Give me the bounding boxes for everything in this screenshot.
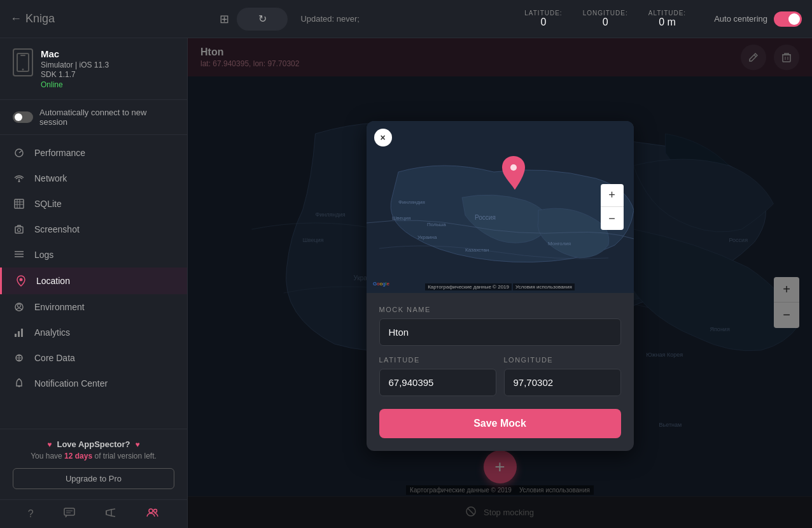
edit-mock-modal: Россия Финляндия Швеция Украина Казахста…: [367, 121, 634, 451]
logs-icon: [13, 250, 25, 259]
upgrade-button[interactable]: Upgrade to Pro: [13, 468, 174, 489]
mock-name-input[interactable]: [379, 318, 621, 346]
svg-text:Польша: Польша: [427, 222, 446, 227]
modal-terms-text: Условия использования: [513, 283, 575, 290]
modal-zoom-in[interactable]: +: [601, 184, 624, 207]
sidebar-item-label: Logs: [34, 250, 53, 260]
nav-list: Performance Network SQLite Screenshot: [0, 135, 187, 429]
svg-text:Финляндия: Финляндия: [398, 199, 425, 205]
location-icon: [15, 275, 27, 287]
modal-copyright-text: Картографические данные © 2019: [425, 283, 512, 290]
svg-point-15: [20, 278, 23, 282]
modal-zoom-out[interactable]: −: [601, 207, 624, 230]
device-name: Mac: [41, 48, 109, 59]
longitude-field-group: LONGITUDE: [504, 356, 621, 396]
svg-rect-19: [18, 331, 20, 337]
modal-close-button[interactable]: ×: [374, 129, 392, 146]
sidebar-item-label: Core Data: [34, 353, 75, 363]
svg-point-31: [149, 509, 153, 513]
svg-text:Украина: Украина: [417, 234, 437, 240]
sidebar-item-label: Notification Center: [34, 378, 108, 389]
sidebar-item-label: SQLite: [34, 199, 62, 209]
sqlite-icon: [13, 199, 25, 209]
svg-point-11: [18, 229, 21, 232]
main-layout: Mac Simulator | iOS 11.3 SDK 1.1.7 Onlin…: [0, 38, 812, 528]
network-icon: [13, 175, 25, 182]
sidebar-item-label: Network: [34, 173, 67, 183]
svg-rect-20: [21, 329, 23, 337]
announce-icon[interactable]: [105, 508, 116, 520]
sidebar-item-label: Screenshot: [34, 224, 80, 234]
svg-text:Казахстан: Казахстан: [465, 247, 489, 253]
content-area: Hton lat: 67.940395, lon: 97.70302: [188, 38, 812, 528]
device-status: Online: [41, 80, 109, 89]
app-title: Kniga: [25, 12, 55, 25]
search-button[interactable]: ⊞: [220, 12, 229, 26]
longitude-value: 0: [603, 17, 608, 28]
updated-text: Updated: never;: [300, 14, 360, 24]
toggle-switch[interactable]: [774, 11, 802, 27]
longitude-input[interactable]: [504, 369, 621, 396]
device-sdk: SDK 1.1.7: [41, 70, 109, 79]
trial-text: You have 12 days of trial version left.: [13, 452, 174, 460]
latitude-display: LATITUDE: 0: [524, 10, 562, 28]
svg-point-32: [154, 510, 157, 513]
altitude-value: 0 m: [659, 17, 676, 28]
sidebar-item-notification-center[interactable]: Notification Center: [0, 371, 187, 396]
auto-centering-toggle[interactable]: Auto centering: [714, 11, 802, 27]
coordinates-display: LATITUDE: 0 LONGITUDE: 0 ALTITUDE: 0 m: [524, 10, 686, 28]
latitude-value: 0: [540, 17, 546, 28]
device-details: Mac Simulator | iOS 11.3 SDK 1.1.7 Onlin…: [41, 48, 109, 89]
auto-centering-label: Auto centering: [714, 14, 767, 24]
svg-rect-1: [20, 55, 25, 56]
sidebar-bottom: ♥ Love AppSpector? ♥ You have 12 days of…: [0, 429, 187, 499]
sidebar-item-sqlite[interactable]: SQLite: [0, 191, 187, 217]
svg-point-4: [18, 181, 20, 183]
chat-icon[interactable]: [64, 508, 75, 520]
sidebar-item-network[interactable]: Network: [0, 166, 187, 191]
svg-text:Россия: Россия: [475, 214, 496, 221]
sidebar-item-logs[interactable]: Logs: [0, 242, 187, 268]
svg-rect-18: [15, 334, 17, 337]
latitude-input[interactable]: [379, 369, 496, 396]
sidebar-item-analytics[interactable]: Analytics: [0, 320, 187, 345]
help-icon[interactable]: ?: [28, 508, 34, 520]
sidebar-item-location[interactable]: Location: [0, 268, 187, 294]
refresh-button[interactable]: ↻: [237, 8, 288, 31]
environment-icon: [13, 302, 25, 312]
latitude-field-group: LATITUDE: [379, 356, 496, 396]
longitude-field-label: LONGITUDE: [504, 356, 621, 364]
modal-body: MOCK NAME LATITUDE LONGITUDE Save Mock: [367, 293, 634, 451]
sidebar-item-environment[interactable]: Environment: [0, 294, 187, 320]
back-button[interactable]: ← Kniga: [10, 12, 55, 25]
modal-map-copyright: Картографические данные © 2019 Условия и…: [367, 283, 634, 290]
auto-connect-label: Automatically connect to new session: [39, 108, 174, 127]
svg-line-29: [111, 509, 115, 510]
svg-text:Швеция: Швеция: [392, 215, 410, 221]
analytics-icon: [13, 327, 25, 338]
svg-point-65: [510, 164, 517, 171]
latitude-field-label: LATITUDE: [379, 356, 496, 364]
altitude-display: ALTITUDE: 0 m: [648, 10, 686, 28]
back-icon: ←: [10, 12, 22, 25]
notification-icon: [13, 378, 25, 389]
device-icon: [13, 48, 33, 76]
auto-connect-toggle[interactable]: [13, 111, 33, 123]
heart-icon-left: ♥: [47, 440, 52, 449]
longitude-display: LONGITUDE: 0: [583, 10, 628, 28]
love-label: Love AppSpector?: [57, 439, 130, 449]
sidebar-item-core-data[interactable]: Core Data: [0, 345, 187, 371]
screenshot-icon: [13, 224, 25, 234]
people-icon[interactable]: [146, 508, 159, 520]
sidebar-item-screenshot[interactable]: Screenshot: [0, 217, 187, 242]
longitude-label: LONGITUDE:: [583, 10, 628, 17]
svg-line-30: [111, 516, 115, 517]
save-mock-button[interactable]: Save Mock: [379, 409, 621, 438]
mock-name-label: MOCK NAME: [379, 306, 621, 313]
modal-map: Россия Финляндия Швеция Украина Казахста…: [367, 121, 634, 293]
sidebar-footer: ?: [0, 499, 187, 528]
topbar: ← Kniga ⊞ ↻ Updated: never; LATITUDE: 0 …: [0, 0, 812, 38]
modal-overlay: Россия Финляндия Швеция Украина Казахста…: [188, 38, 812, 528]
heart-icon-right: ♥: [136, 440, 140, 449]
sidebar-item-performance[interactable]: Performance: [0, 140, 187, 166]
